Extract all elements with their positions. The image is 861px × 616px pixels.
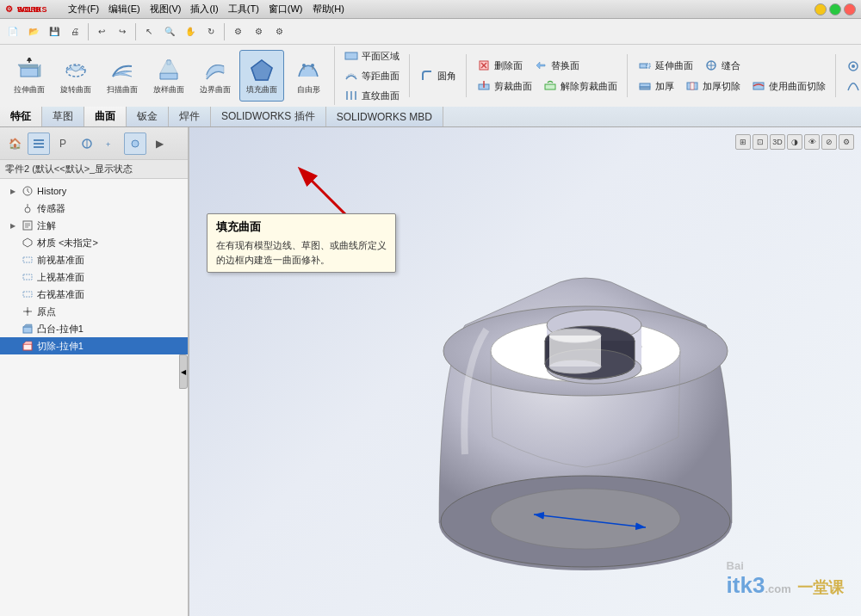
offset-surface-label: 等距曲面 (362, 70, 400, 83)
curves-button[interactable]: 曲线 (841, 77, 861, 95)
surface-cut-button[interactable]: 使用曲面切除 (746, 77, 830, 95)
titlebar: ⚙ SOLID WORKS 文件(F) 编辑(E) 视图(V) 插入(I) 工具… (0, 0, 861, 19)
separator4 (835, 54, 836, 97)
fill-surface-button[interactable]: 填充曲面 (239, 50, 284, 102)
quick-access-toolbar: 📄 📂 💾 🖨 ↩ ↪ ↖ 🔍 ✋ ↻ ⚙ ⚙ ⚙ (0, 19, 861, 45)
undo-icon[interactable]: ↩ (92, 22, 111, 41)
untrim-surface-button[interactable]: 解除剪裁曲面 (538, 77, 622, 95)
menu-window[interactable]: 窗口(W) (264, 1, 307, 17)
surface-toolbar: 拉伸曲面 旋转曲面 扫描曲面 (0, 45, 861, 107)
origin-node[interactable]: 原点 (0, 303, 188, 320)
zoom-icon[interactable]: 🔍 (160, 22, 179, 41)
sidebar-collapse-button[interactable]: ◀ (179, 354, 188, 389)
zoom-fit-icon[interactable]: ⊡ (753, 134, 768, 150)
fillet-button[interactable]: 圆角 (415, 66, 461, 85)
sensors-node[interactable]: 传感器 (0, 200, 188, 217)
offset-surface-button[interactable]: 等距曲面 (339, 66, 404, 85)
notes-expand-icon[interactable]: ▶ (10, 222, 21, 230)
options-icon[interactable]: ⚙ (249, 22, 268, 41)
thicken-cut-button[interactable]: 加厚切除 (680, 77, 745, 95)
settings-icon[interactable]: ⚙ (269, 22, 288, 41)
menu-help[interactable]: 帮助(H) (308, 1, 349, 17)
reference-button[interactable]: 参考 (841, 57, 861, 76)
material-node[interactable]: 材质 <未指定> (0, 234, 188, 251)
extrude-surface-button[interactable]: 拉伸曲面 (7, 50, 52, 102)
top-plane-node[interactable]: 上视基准面 (0, 268, 188, 286)
open-icon[interactable]: 📂 (24, 22, 43, 41)
fillet-col: 圆角 (415, 66, 461, 85)
freeform-button[interactable]: 自由形 (286, 50, 331, 102)
tab-sketch[interactable]: 草图 (42, 107, 84, 126)
menu-insert[interactable]: 插入(I) (186, 1, 222, 17)
hide-show-icon[interactable]: 👁 (804, 134, 820, 150)
trim-surface-icon (476, 78, 492, 94)
maximize-button[interactable] (829, 3, 841, 15)
print-icon[interactable]: 🖨 (65, 22, 84, 41)
new-icon[interactable]: 📄 (3, 22, 22, 41)
thicken-button[interactable]: 加厚 (633, 77, 678, 95)
material-label: 材质 <未指定> (37, 237, 98, 249)
display-manager-icon[interactable] (124, 132, 146, 155)
planar-surface-button[interactable]: 平面区域 (339, 46, 404, 65)
tab-sheet-metal[interactable]: 钣金 (127, 107, 169, 126)
redo-icon[interactable]: ↪ (113, 22, 132, 41)
menu-edit[interactable]: 编辑(E) (104, 1, 145, 17)
svg-rect-42 (34, 146, 44, 148)
delete-face-label: 删除面 (494, 59, 523, 72)
boundary-surface-button[interactable]: 边界曲面 (193, 50, 238, 102)
delete-face-button[interactable]: 删除面 (472, 56, 527, 75)
save-icon[interactable]: 💾 (45, 22, 64, 41)
freeform-icon (294, 57, 322, 84)
menu-file[interactable]: 文件(F) (64, 1, 103, 17)
replace-face-button[interactable]: 替换面 (529, 56, 584, 75)
view-settings-icon[interactable]: ⚙ (839, 134, 854, 150)
right-plane-node[interactable]: 右视基准面 (0, 286, 188, 303)
home-icon[interactable]: 🏠 (3, 132, 26, 155)
cut-extrude1-node[interactable]: 切除-拉伸1 (0, 337, 188, 354)
close-button[interactable] (844, 3, 856, 15)
svg-point-17 (311, 64, 314, 67)
notes-node[interactable]: ▶ 注解 (0, 217, 188, 234)
select-icon[interactable]: ↖ (139, 22, 158, 41)
boss-extrude1-node[interactable]: 凸台-拉伸1 (0, 320, 188, 337)
tab-features[interactable]: 特征 (0, 107, 42, 126)
minimize-button[interactable] (815, 3, 827, 15)
view-3d-icon[interactable]: 3D (770, 134, 785, 150)
loft-surface-button[interactable]: 放样曲面 (146, 50, 191, 102)
replace-face-icon (533, 58, 548, 73)
history-node[interactable]: ▶ History (0, 182, 188, 200)
history-expand-icon[interactable]: ▶ (10, 188, 21, 195)
viewport[interactable]: 填充曲面 在有现有模型边线、草图、或曲线所定义的边框内建造一曲面修补。 (189, 127, 861, 616)
curves-icon (846, 78, 861, 94)
tab-sw-plugins[interactable]: SOLIDWORKS 插件 (211, 107, 326, 126)
feature-manager-icon[interactable] (28, 132, 50, 155)
stitch-button[interactable]: 缝合 (699, 56, 745, 75)
display-mode-icon[interactable]: ◑ (787, 134, 802, 150)
view-orientation-icon[interactable]: ⊞ (735, 134, 751, 150)
sensors-icon (21, 201, 34, 215)
tooltip-title: 填充曲面 (216, 219, 387, 235)
tab-sw-mbd[interactable]: SOLIDWORKS MBD (326, 107, 443, 126)
trim-surface-button[interactable]: 剪裁曲面 (472, 77, 536, 95)
more-sidebar-icon[interactable]: ▶ (148, 132, 170, 155)
section-view-icon[interactable]: ⊘ (821, 134, 837, 150)
sweep-surface-button[interactable]: 扫描曲面 (100, 50, 145, 102)
ruled-surface-button[interactable]: 直纹曲面 (339, 86, 404, 105)
rotate-view-icon[interactable]: ↻ (201, 22, 220, 41)
svg-rect-55 (23, 274, 32, 280)
revolve-surface-button[interactable]: 旋转曲面 (53, 50, 98, 102)
tab-weld[interactable]: 焊件 (169, 107, 211, 126)
extend-surface-icon (637, 58, 653, 73)
pan-icon[interactable]: ✋ (181, 22, 200, 41)
menu-view[interactable]: 视图(V) (146, 1, 186, 17)
front-plane-node[interactable]: 前视基准面 (0, 251, 188, 268)
property-manager-icon[interactable]: P (52, 132, 74, 155)
menu-tools[interactable]: 工具(T) (224, 1, 263, 17)
extend-surface-label: 延伸曲面 (655, 59, 693, 72)
extend-surface-button[interactable]: 延伸曲面 (633, 56, 697, 75)
sweep-surface-label: 扫描曲面 (107, 86, 138, 95)
configuration-manager-icon[interactable] (76, 132, 98, 155)
tab-surface[interactable]: 曲面 (84, 107, 127, 126)
dimxpert-icon[interactable]: + (100, 132, 122, 155)
rebuild-icon[interactable]: ⚙ (228, 22, 247, 41)
